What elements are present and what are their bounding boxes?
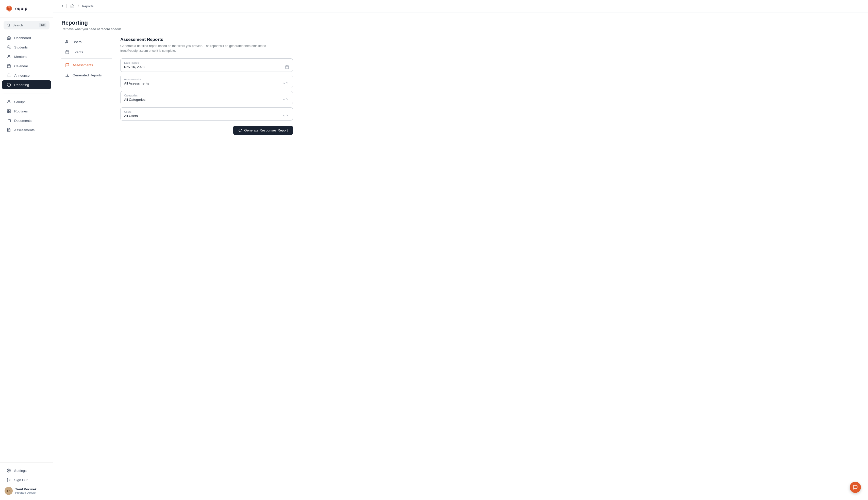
content-layout: Users Events bbox=[61, 37, 860, 135]
sidebar-item-routines[interactable]: Routines bbox=[2, 106, 51, 116]
sidebar-item-calendar[interactable]: Calendar bbox=[2, 61, 51, 70]
report-nav-generated[interactable]: Generated Reports bbox=[61, 70, 112, 80]
sidebar-item-reporting[interactable]: Reporting bbox=[2, 80, 51, 89]
report-nav-label-events: Events bbox=[72, 50, 83, 54]
sidebar: equip Search ⌘K Dashboard bbox=[0, 0, 53, 500]
svg-rect-19 bbox=[66, 51, 69, 54]
report-nav-events[interactable]: Events bbox=[61, 47, 112, 57]
report-nav-assessments[interactable]: Assessments bbox=[61, 60, 112, 70]
assessments-nav-icon bbox=[65, 63, 70, 67]
generate-icon bbox=[238, 128, 242, 132]
page-header: Reporting Retrieve what you need at reco… bbox=[61, 20, 860, 31]
breadcrumb-separator: / bbox=[78, 4, 79, 8]
sidebar-bottom: Settings Sign Out TK Trent Kocurek Progr… bbox=[0, 463, 53, 500]
users-nav-icon bbox=[65, 39, 70, 44]
home-icon bbox=[7, 35, 11, 40]
reporting-icon bbox=[7, 82, 11, 87]
sidebar-item-label-calendar: Calendar bbox=[14, 64, 28, 68]
breadcrumb-current: Reports bbox=[82, 4, 94, 8]
sidebar-item-settings[interactable]: Settings bbox=[2, 466, 51, 475]
sidebar-item-signout[interactable]: Sign Out bbox=[2, 475, 51, 485]
assessments-field[interactable]: Assessments All Assessments bbox=[120, 75, 293, 88]
report-nav-label-assessments: Assessments bbox=[72, 63, 93, 67]
svg-rect-13 bbox=[7, 111, 9, 113]
categories-field-value: All Categories bbox=[124, 98, 289, 102]
page-content: Reporting Retrieve what you need at reco… bbox=[53, 12, 868, 500]
generate-report-button[interactable]: Generate Responses Report bbox=[233, 126, 293, 135]
settings-icon bbox=[7, 468, 11, 473]
user-role: Program Director bbox=[15, 491, 36, 494]
users-field[interactable]: Users All Users bbox=[120, 107, 293, 121]
users-field-label: Users bbox=[124, 110, 289, 113]
calendar-field-icon bbox=[285, 65, 289, 69]
form-description: Generate a detailed report based on the … bbox=[120, 44, 293, 53]
svg-rect-10 bbox=[7, 110, 9, 111]
report-nav-label-generated: Generated Reports bbox=[72, 73, 102, 77]
svg-rect-12 bbox=[9, 111, 10, 113]
sidebar-item-documents[interactable]: Documents bbox=[2, 116, 51, 125]
user-name: Trent Kocurek bbox=[15, 488, 36, 491]
svg-point-9 bbox=[9, 101, 10, 102]
users-field-value: All Users bbox=[124, 114, 289, 118]
chevron-categories-icon bbox=[282, 98, 289, 101]
user-info: Trent Kocurek Program Director bbox=[15, 488, 36, 494]
sidebar-item-label-announce: Announce bbox=[14, 73, 30, 77]
mentors-icon bbox=[7, 54, 11, 59]
sidebar-item-label-settings: Settings bbox=[14, 469, 27, 473]
logo-text: equip bbox=[15, 6, 27, 11]
sidebar-item-announce[interactable]: Announce bbox=[2, 71, 51, 80]
report-nav-label-users: Users bbox=[72, 40, 81, 44]
students-icon bbox=[7, 45, 11, 49]
sidebar-item-label-students: Students bbox=[14, 45, 28, 49]
page-subtitle: Retrieve what you need at record speed! bbox=[61, 27, 860, 31]
categories-field[interactable]: Categories All Categories bbox=[120, 91, 293, 104]
date-range-field[interactable]: Date Range Nov 16, 2023 bbox=[120, 58, 293, 72]
svg-rect-24 bbox=[286, 66, 288, 69]
categories-field-label: Categories bbox=[124, 94, 289, 97]
svg-point-1 bbox=[8, 46, 9, 47]
report-nav: Users Events bbox=[61, 37, 112, 135]
logo[interactable]: equip bbox=[0, 0, 53, 18]
date-range-label: Date Range bbox=[124, 61, 289, 64]
user-profile[interactable]: TK Trent Kocurek Program Director bbox=[0, 485, 53, 497]
signout-icon bbox=[7, 478, 11, 482]
nav-primary: Dashboard Students Mentors bbox=[0, 32, 53, 91]
report-nav-users[interactable]: Users bbox=[61, 37, 112, 47]
sidebar-item-label-signout: Sign Out bbox=[14, 478, 28, 482]
page-title: Reporting bbox=[61, 20, 860, 26]
svg-point-0 bbox=[7, 24, 10, 26]
sidebar-item-label-mentors: Mentors bbox=[14, 55, 27, 59]
search-label: Search bbox=[12, 23, 23, 27]
svg-point-16 bbox=[8, 470, 9, 471]
assessments-sidebar-icon bbox=[7, 128, 11, 132]
svg-rect-11 bbox=[9, 110, 10, 111]
sidebar-item-dashboard[interactable]: Dashboard bbox=[2, 33, 51, 42]
sidebar-item-label-groups: Groups bbox=[14, 100, 25, 104]
announce-icon bbox=[7, 73, 11, 78]
sidebar-item-label-assessments: Assessments bbox=[14, 128, 35, 132]
sidebar-item-students[interactable]: Students bbox=[2, 43, 51, 52]
home-button[interactable] bbox=[70, 3, 75, 9]
sidebar-item-assessments[interactable]: Assessments bbox=[2, 125, 51, 135]
back-button[interactable] bbox=[60, 4, 68, 8]
sidebar-item-mentors[interactable]: Mentors bbox=[2, 52, 51, 61]
search-shortcut: ⌘K bbox=[39, 23, 46, 27]
main-content: / Reports Reporting Retrieve what you ne… bbox=[53, 0, 868, 500]
chevron-assessments-icon bbox=[282, 81, 289, 85]
nav-secondary: Groups Routines Documents bbox=[0, 95, 53, 136]
sidebar-item-label-documents: Documents bbox=[14, 119, 32, 123]
sidebar-item-groups[interactable]: Groups bbox=[2, 97, 51, 106]
chat-icon bbox=[853, 485, 858, 490]
assessments-field-value: All Assessments bbox=[124, 81, 289, 85]
search-bar[interactable]: Search ⌘K bbox=[3, 21, 49, 30]
generated-nav-icon bbox=[65, 73, 70, 77]
topbar: / Reports bbox=[53, 0, 868, 12]
chevron-users-icon bbox=[282, 114, 289, 117]
back-icon bbox=[60, 4, 65, 8]
routines-icon bbox=[7, 109, 11, 113]
assessments-field-label: Assessments bbox=[124, 78, 289, 81]
chat-bubble[interactable] bbox=[850, 482, 861, 493]
date-range-value: Nov 16, 2023 bbox=[124, 65, 289, 69]
groups-icon bbox=[7, 100, 11, 104]
events-nav-icon bbox=[65, 50, 70, 54]
